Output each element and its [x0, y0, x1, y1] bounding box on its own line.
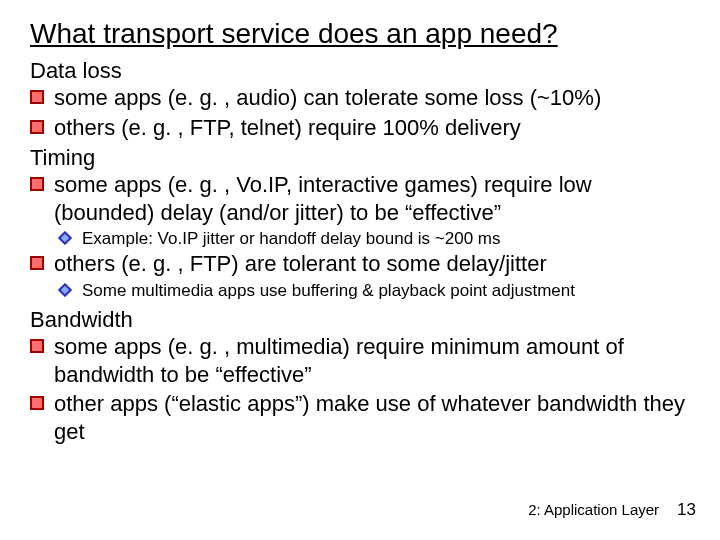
section-head-dataloss: Data loss [30, 58, 690, 84]
bullet-text: others (e. g. , FTP) are tolerant to som… [54, 250, 690, 278]
square-bullet-icon [30, 120, 44, 134]
bullet-bandwidth-2: other apps (“elastic apps”) make use of … [30, 390, 690, 445]
section-head-bandwidth: Bandwidth [30, 307, 690, 333]
square-bullet-icon [30, 177, 44, 191]
bullet-text: others (e. g. , FTP, telnet) require 100… [54, 114, 690, 142]
bullet-text: some apps (e. g. , Vo.IP, interactive ga… [54, 171, 690, 226]
diamond-bullet-icon [58, 231, 72, 245]
square-bullet-icon [30, 339, 44, 353]
square-bullet-icon [30, 396, 44, 410]
subbullet-text: Some multimedia apps use buffering & pla… [82, 280, 690, 301]
square-bullet-icon [30, 90, 44, 104]
square-bullet-icon [30, 256, 44, 270]
footer-page-number: 13 [677, 500, 696, 520]
subbullet-text: Example: Vo.IP jitter or handoff delay b… [82, 228, 690, 249]
bullet-dataloss-2: others (e. g. , FTP, telnet) require 100… [30, 114, 690, 142]
subbullet-timing-2: Some multimedia apps use buffering & pla… [58, 280, 690, 301]
section-head-timing: Timing [30, 145, 690, 171]
bullet-timing-1: some apps (e. g. , Vo.IP, interactive ga… [30, 171, 690, 226]
bullet-text: some apps (e. g. , audio) can tolerate s… [54, 84, 690, 112]
bullet-text: some apps (e. g. , multimedia) require m… [54, 333, 690, 388]
footer-chapter: 2: Application Layer [528, 501, 659, 518]
bullet-dataloss-1: some apps (e. g. , audio) can tolerate s… [30, 84, 690, 112]
bullet-timing-2: others (e. g. , FTP) are tolerant to som… [30, 250, 690, 278]
slide: What transport service does an app need?… [0, 0, 720, 540]
slide-footer: 2: Application Layer 13 [528, 500, 696, 520]
bullet-bandwidth-1: some apps (e. g. , multimedia) require m… [30, 333, 690, 388]
diamond-bullet-icon [58, 283, 72, 297]
slide-title: What transport service does an app need? [30, 18, 690, 50]
subbullet-timing-1: Example: Vo.IP jitter or handoff delay b… [58, 228, 690, 249]
bullet-text: other apps (“elastic apps”) make use of … [54, 390, 690, 445]
